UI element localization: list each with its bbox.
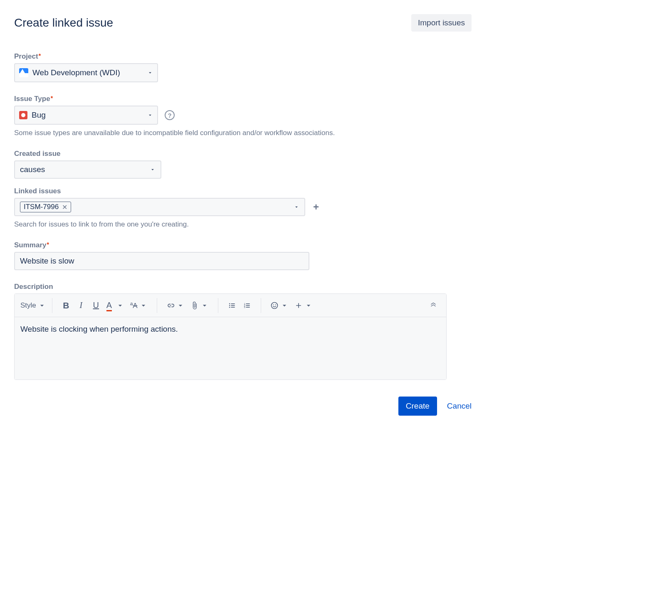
plus-icon (294, 301, 303, 310)
bullet-list-icon (228, 301, 236, 310)
linked-issues-field: Linked issues ITSM-7996 ✕ + Search for i… (14, 187, 472, 229)
summary-input[interactable] (14, 252, 309, 270)
svg-point-2 (229, 306, 230, 308)
link-icon (166, 301, 175, 310)
summary-label-text: Summary (14, 241, 46, 249)
editor-toolbar: Style B I U A aA (15, 294, 446, 317)
project-select[interactable]: Web Development (WDI) (14, 63, 158, 82)
create-linked-issue-dialog: Create linked issue Import issues Projec… (14, 14, 472, 416)
cancel-link[interactable]: Cancel (447, 402, 472, 411)
description-field: Description Style B I U A aA (14, 283, 472, 380)
project-select-value: Web Development (WDI) (32, 68, 120, 77)
linked-issue-tag-text: ITSM-7996 (24, 203, 59, 211)
summary-field: Summary* (14, 241, 472, 270)
linked-issues-input[interactable]: ITSM-7996 ✕ (14, 198, 305, 216)
chevron-down-icon (147, 112, 153, 118)
summary-label: Summary* (14, 241, 472, 249)
remove-tag-icon[interactable]: ✕ (62, 203, 67, 211)
linked-issue-tag[interactable]: ITSM-7996 ✕ (20, 202, 71, 212)
add-linked-issue-button[interactable]: + (312, 203, 320, 211)
style-dropdown[interactable]: Style (19, 298, 48, 313)
linked-issues-hint: Search for issues to link to from the on… (14, 220, 472, 229)
text-color-button[interactable]: A (105, 298, 126, 313)
project-avatar-icon (19, 68, 28, 77)
chevron-down-icon (176, 301, 185, 310)
insert-more-button[interactable] (293, 298, 314, 313)
chevron-down-icon (150, 167, 156, 172)
bold-button[interactable]: B (60, 298, 72, 313)
project-label-text: Project (14, 52, 38, 60)
chevron-down-icon (294, 204, 299, 210)
chevron-down-icon (139, 301, 148, 310)
svg-text:3: 3 (244, 306, 245, 308)
created-issue-value: causes (20, 165, 45, 174)
created-issue-select[interactable]: causes (14, 160, 161, 179)
svg-point-1 (229, 305, 230, 306)
linked-issues-label: Linked issues (14, 187, 472, 195)
chevron-down-icon (116, 301, 124, 310)
toolbar-separator (218, 298, 218, 313)
created-issue-label: Created issue (14, 150, 472, 158)
svg-rect-4 (231, 305, 235, 306)
issue-type-hint: Some issue types are unavailable due to … (14, 129, 472, 137)
clear-formatting-button[interactable]: aA (128, 298, 149, 313)
svg-rect-5 (231, 307, 235, 308)
svg-point-14 (275, 304, 276, 305)
created-issue-field: Created issue causes (14, 150, 472, 179)
project-label: Project* (14, 52, 472, 61)
issue-type-select-value: Bug (32, 111, 46, 120)
italic-button[interactable]: I (75, 298, 87, 313)
svg-point-0 (229, 303, 230, 304)
toolbar-separator (157, 298, 157, 313)
collapse-toolbar-button[interactable] (427, 298, 442, 313)
issue-type-label: Issue Type* (14, 95, 472, 103)
bug-icon (19, 111, 27, 119)
issue-type-select[interactable]: Bug (14, 106, 158, 125)
attachment-icon (190, 301, 199, 310)
svg-point-12 (271, 302, 277, 308)
style-dropdown-label: Style (20, 301, 36, 310)
description-label: Description (14, 283, 472, 291)
underline-button[interactable]: U (90, 298, 102, 313)
attachment-button[interactable] (189, 298, 210, 313)
emoji-button[interactable] (269, 298, 290, 313)
issue-type-label-text: Issue Type (14, 95, 50, 103)
numbered-list-button[interactable]: 123 (241, 298, 253, 313)
required-asterisk: * (39, 52, 41, 59)
create-button[interactable]: Create (398, 397, 437, 416)
numbered-list-icon: 123 (243, 301, 251, 310)
collapse-icon (429, 301, 438, 310)
svg-point-13 (273, 304, 274, 305)
project-field: Project* Web Development (WDI) (14, 52, 472, 82)
required-asterisk: * (47, 241, 49, 248)
chevron-down-icon (280, 301, 289, 310)
import-issues-button[interactable]: Import issues (411, 14, 472, 32)
chevron-down-icon (304, 301, 313, 310)
chevron-down-icon (200, 301, 209, 310)
chevron-down-icon (147, 70, 153, 76)
issue-type-field: Issue Type* Bug ? Some issue types are u… (14, 95, 472, 137)
required-asterisk: * (51, 95, 53, 101)
help-icon[interactable]: ? (165, 110, 175, 120)
svg-rect-11 (246, 307, 250, 308)
svg-rect-10 (246, 305, 250, 306)
toolbar-separator (261, 298, 261, 313)
bullet-list-button[interactable] (226, 298, 238, 313)
dialog-title: Create linked issue (14, 16, 113, 30)
chevron-down-icon (38, 301, 46, 310)
dialog-header: Create linked issue Import issues (14, 14, 472, 32)
toolbar-separator (52, 298, 52, 313)
rich-text-editor: Style B I U A aA (14, 293, 447, 380)
emoji-icon (270, 301, 279, 310)
description-textarea[interactable]: Website is clocking when performing acti… (15, 317, 446, 379)
svg-rect-3 (231, 303, 235, 304)
link-button[interactable] (165, 298, 186, 313)
dialog-footer: Create Cancel (14, 397, 472, 416)
svg-rect-9 (246, 303, 250, 304)
